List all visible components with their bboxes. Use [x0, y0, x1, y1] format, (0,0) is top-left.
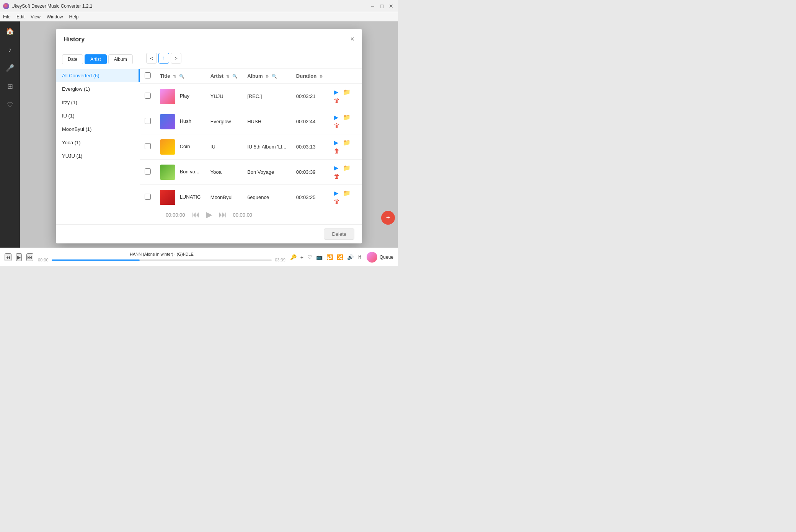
player-volume-icon[interactable]: 🔊	[347, 254, 354, 260]
sidebar-mic-icon[interactable]: 🎤	[3, 61, 17, 75]
filter-tab-album[interactable]: Album	[108, 54, 133, 64]
row-3-delete-button[interactable]: 🗑	[332, 147, 341, 155]
artist-list: All Converted (6) Everglow (1) Itzy (1) …	[56, 69, 140, 163]
modal-header: History ×	[56, 29, 362, 48]
sidebar-heart-icon[interactable]: ♡	[3, 98, 17, 112]
player-heart-icon[interactable]: ♡	[307, 254, 312, 260]
left-sidebar: 🏠 ♪ 🎤 ⊞ ♡	[0, 21, 20, 248]
modal-close-button[interactable]: ×	[350, 35, 354, 43]
artist-item-iu[interactable]: IU (1)	[56, 109, 140, 122]
app-icon	[3, 3, 9, 9]
player-play-button[interactable]: ▶	[206, 210, 212, 220]
title-search-icon[interactable]: 🔍	[179, 74, 184, 78]
row-1-folder-button[interactable]: 📁	[341, 88, 352, 96]
menu-view[interactable]: View	[31, 14, 41, 20]
player-key-icon[interactable]: 🔑	[290, 254, 297, 260]
player-song-name: HANN (Alone in winter) · (G)I-DLE	[130, 252, 194, 256]
artist-item-yooa[interactable]: Yooa (1)	[56, 136, 140, 149]
row-1-duration: 00:03:21	[292, 84, 328, 109]
select-all-checkbox[interactable]	[145, 72, 151, 78]
row-1-delete-button[interactable]: 🗑	[332, 96, 341, 105]
player-next-button[interactable]: ⏭	[219, 210, 227, 220]
filter-tab-artist[interactable]: Artist	[85, 54, 106, 64]
player-prev-track-button[interactable]: ⏮	[5, 253, 11, 261]
artist-item-yuju[interactable]: YUJU (1)	[56, 149, 140, 163]
pagination-prev[interactable]: <	[146, 53, 157, 64]
player-time-start: 00:00:00	[166, 212, 185, 218]
artist-sort-icon[interactable]: ⇅	[226, 74, 229, 78]
row-3-folder-button[interactable]: 📁	[341, 138, 352, 147]
title-sort-icon[interactable]: ⇅	[173, 74, 176, 78]
artist-item-all[interactable]: All Converted (6)	[56, 69, 140, 82]
row-2-artist: Everglow	[206, 109, 243, 134]
queue-button[interactable]: Queue	[367, 252, 393, 263]
row-3-artist: IU	[206, 134, 243, 160]
row-2-duration: 00:02:44	[292, 109, 328, 134]
pagination-current[interactable]: 1	[158, 53, 169, 64]
row-1-artist: YUJU	[206, 84, 243, 109]
row-2-folder-button[interactable]: 📁	[341, 113, 352, 122]
row-2-play-button[interactable]: ▶	[332, 113, 340, 122]
artist-search-icon[interactable]: 🔍	[232, 74, 238, 78]
player-cast-icon[interactable]: 📺	[316, 254, 323, 260]
right-panel: < 1 >	[140, 48, 362, 205]
table-body: Play YUJU [REC.] 00:03:21 ▶ 📁 �	[140, 84, 362, 205]
row-3-checkbox[interactable]	[145, 143, 151, 149]
sidebar-music-icon[interactable]: ♪	[3, 43, 17, 57]
row-4-play-button[interactable]: ▶	[332, 163, 340, 172]
row-4-checkbox[interactable]	[145, 168, 151, 175]
player-play-pause-button[interactable]: ▶	[16, 253, 22, 261]
close-button[interactable]: ✕	[387, 2, 395, 10]
artist-item-itzy[interactable]: Itzy (1)	[56, 96, 140, 109]
row-5-play-button[interactable]: ▶	[332, 189, 340, 197]
row-2-album: HUSH	[243, 109, 292, 134]
sidebar-grid-icon[interactable]: ⊞	[3, 80, 17, 93]
row-4-delete-button[interactable]: 🗑	[332, 172, 341, 181]
menu-edit[interactable]: Edit	[16, 14, 24, 20]
maximize-button[interactable]: □	[378, 2, 386, 10]
row-4-title: Bon vo...	[155, 160, 206, 185]
modal-footer: Delete	[56, 224, 362, 243]
row-5-delete-button[interactable]: 🗑	[332, 197, 341, 205]
album-search-icon[interactable]: 🔍	[272, 74, 277, 78]
row-5-checkbox[interactable]	[145, 194, 151, 200]
menu-help[interactable]: Help	[69, 14, 79, 20]
sidebar-home-icon[interactable]: 🏠	[3, 24, 17, 38]
table-row: Coin IU IU 5th Album 'LI... 00:03:13 ▶ 📁	[140, 134, 362, 160]
album-sort-icon[interactable]: ⇅	[266, 74, 269, 78]
delete-button[interactable]: Delete	[324, 228, 354, 240]
row-4-actions: ▶ 📁 🗑	[328, 160, 362, 185]
main-content: + History × Date Artist Album	[20, 21, 398, 248]
row-2-actions: ▶ 📁 🗑	[328, 109, 362, 134]
col-header-actions	[328, 69, 362, 84]
modal-overlay: History × Date Artist Album All Converte…	[20, 21, 398, 248]
row-2-checkbox[interactable]	[145, 118, 151, 124]
row-5-folder-button[interactable]: 📁	[341, 189, 352, 197]
artist-item-everglow[interactable]: Everglow (1)	[56, 82, 140, 96]
menu-file[interactable]: File	[3, 14, 10, 20]
row-4-folder-button[interactable]: 📁	[341, 163, 352, 172]
player-next-track-button[interactable]: ⏭	[26, 253, 33, 261]
floating-add-button[interactable]: +	[381, 211, 395, 225]
row-1-play-button[interactable]: ▶	[332, 88, 340, 96]
filter-tab-date[interactable]: Date	[62, 54, 83, 64]
player-add-icon[interactable]: +	[300, 254, 303, 260]
progress-bar[interactable]	[52, 259, 272, 261]
duration-sort-icon[interactable]: ⇅	[320, 74, 323, 78]
minimize-button[interactable]: –	[369, 2, 377, 10]
menu-window[interactable]: Window	[47, 14, 63, 20]
row-1-checkbox[interactable]	[145, 93, 151, 99]
player-prev-button[interactable]: ⏮	[191, 210, 200, 220]
progress-bar-wrap: 00:00 03:39	[38, 258, 285, 262]
pagination-next[interactable]: >	[171, 53, 181, 64]
col-header-album: Album ⇅ 🔍	[243, 69, 292, 84]
progress-time-start: 00:00	[38, 258, 49, 262]
player-repeat-icon[interactable]: 🔁	[326, 254, 333, 260]
row-2-delete-button[interactable]: 🗑	[332, 122, 341, 130]
artist-item-moonbyul[interactable]: MoonByul (1)	[56, 122, 140, 136]
player-shuffle-icon[interactable]: 🔀	[337, 254, 343, 260]
row-3-play-button[interactable]: ▶	[332, 138, 340, 147]
player-bar: ⏮ ▶ ⏭ HANN (Alone in winter) · (G)I-DLE …	[0, 248, 398, 266]
row-2-thumb	[160, 114, 175, 129]
player-eq-icon[interactable]: 🎚	[357, 254, 363, 260]
